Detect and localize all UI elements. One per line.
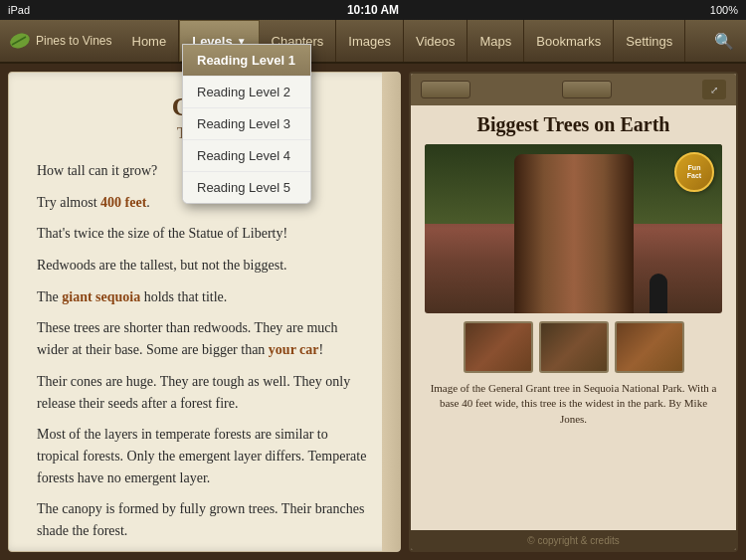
paragraph-6: These trees are shorter than redwoods. T…	[37, 317, 372, 360]
fun-fact-text: FunFact	[687, 164, 701, 181]
highlight-car: your car	[269, 342, 319, 357]
status-right: 100%	[710, 4, 738, 16]
paragraph-8: Most of the layers in temperate forests …	[37, 424, 372, 488]
status-left: iPad	[8, 4, 30, 16]
highlight-400feet: 400 feet	[100, 195, 146, 210]
thumbnail-row	[425, 321, 722, 373]
page-curl	[382, 73, 400, 551]
device-name: iPad	[8, 4, 30, 16]
nav-videos[interactable]: Videos	[404, 20, 468, 62]
highlight-sequoia: giant sequoia	[62, 289, 140, 304]
expand-button[interactable]: ⤢	[702, 80, 726, 99]
thumbnail-3[interactable]	[615, 321, 684, 373]
main-content: Cha... Tempe... How tall can it grow? Tr…	[0, 64, 746, 560]
battery-level: 100%	[710, 4, 738, 16]
fun-fact-badge: FunFact	[674, 152, 714, 192]
nav-logo[interactable]: Pines to Vines	[0, 20, 120, 62]
dropdown-level3[interactable]: Reading Level 3	[183, 108, 310, 140]
thumbnail-1[interactable]	[464, 321, 533, 373]
thumbnail-2[interactable]	[539, 321, 609, 373]
right-page: ⤢ Biggest Trees on Earth FunFact	[409, 72, 738, 552]
nav-bar: Pines to Vines Home Levels ▼ Chapters Im…	[0, 20, 746, 64]
logo-text: Pines to Vines	[36, 34, 112, 48]
paragraph-5: The giant sequoia holds that title.	[37, 286, 372, 308]
paragraph-9: The canopy is formed by fully grown tree…	[37, 498, 372, 541]
dropdown-level1[interactable]: Reading Level 1	[183, 45, 310, 77]
search-button[interactable]: 🔍	[702, 20, 746, 62]
right-page-inner: ⤢ Biggest Trees on Earth FunFact	[411, 74, 736, 550]
paragraph-7: Their cones are huge. They are tough as …	[37, 371, 372, 414]
article-title: Biggest Trees on Earth	[425, 113, 722, 136]
nav-images[interactable]: Images	[336, 20, 404, 62]
nav-settings[interactable]: Settings	[614, 20, 685, 62]
nav-maps[interactable]: Maps	[467, 20, 524, 62]
nav-home[interactable]: Home	[120, 20, 180, 62]
paragraph-3: That's twice the size of the Statue of L…	[37, 223, 372, 245]
levels-dropdown: Reading Level 1 Reading Level 2 Reading …	[182, 44, 311, 204]
page-tabs: ⤢	[411, 74, 736, 105]
nav-bookmarks[interactable]: Bookmarks	[524, 20, 614, 62]
copyright-text: © copyright & credits	[527, 535, 619, 546]
status-bar: iPad 10:10 AM 100%	[0, 0, 746, 20]
tree-trunk	[514, 154, 634, 313]
dropdown-level5[interactable]: Reading Level 5	[183, 172, 310, 203]
paragraph-4: Redwoods are the tallest, but not the bi…	[37, 255, 372, 277]
bottom-bar: © copyright & credits	[411, 530, 736, 550]
search-icon: 🔍	[714, 32, 734, 51]
page-tab-center[interactable]	[562, 81, 612, 98]
status-time: 10:10 AM	[347, 3, 399, 17]
leaf-icon	[8, 31, 32, 51]
dropdown-level4[interactable]: Reading Level 4	[183, 140, 310, 172]
dropdown-level2[interactable]: Reading Level 2	[183, 77, 310, 108]
article-caption: Image of the General Grant tree in Sequo…	[425, 381, 722, 427]
article-main-image: FunFact	[425, 144, 722, 313]
person-silhouette	[650, 274, 667, 313]
article-content: Biggest Trees on Earth FunFact	[411, 105, 736, 530]
page-tab-left[interactable]	[421, 81, 470, 98]
